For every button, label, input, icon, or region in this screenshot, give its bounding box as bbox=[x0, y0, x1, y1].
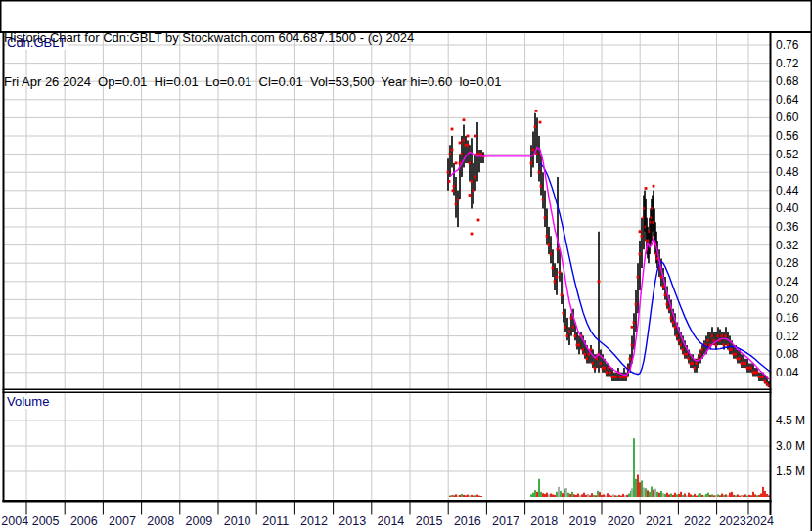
header-quote-line: Fri Apr 26 2024 Op=0.01 Hi=0.01 Lo=0.01 … bbox=[4, 74, 501, 89]
chart-header: Historic Chart for Cdn:GBLT by Stockwatc… bbox=[4, 1, 501, 118]
header-title-line: Historic Chart for Cdn:GBLT by Stockwatc… bbox=[4, 30, 501, 45]
stockwatch-historic-chart-window: Historic Chart for Cdn:GBLT by Stockwatc… bbox=[0, 0, 812, 531]
volume-pane-label: Volume bbox=[6, 395, 52, 409]
